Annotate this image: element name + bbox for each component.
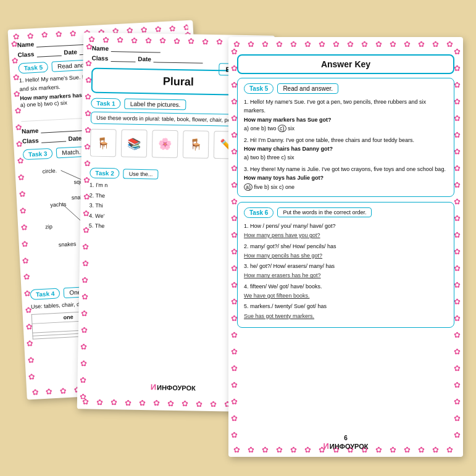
task6-q5: 5. markers./ twenty/ Sue/ got/ has — [244, 302, 448, 311]
task5-header-ak: Task 5 Read and answer. — [244, 83, 448, 94]
ak-p2: 2. Hi! I'm Danny. I've got one table, th… — [244, 136, 448, 144]
task4-label-s1: Task 4 — [30, 288, 61, 300]
pic-flower: 🌸 — [152, 130, 178, 158]
pic-chair: 🪑 — [183, 130, 209, 159]
task6-instruction-ak: Put the words in the correct order. — [277, 207, 372, 217]
page-number-ak: 6 — [344, 435, 348, 441]
task2-instruction-s2: Use the... — [123, 169, 159, 179]
task2-label-s2: Task 2 — [90, 168, 120, 179]
circled-a-3: a) — [244, 183, 253, 191]
infourok-logo-s2: И ИНФОУРОК — [151, 382, 196, 392]
class-label-s1b: Class — [22, 136, 39, 144]
infourok-и-icon-ak: И — [323, 441, 328, 451]
class-line-s1 — [36, 49, 61, 57]
date-line-s2 — [154, 56, 203, 63]
name-label-s1: Name — [17, 41, 35, 48]
ak-a1: a) one b) two c) six — [244, 124, 448, 133]
task1-label-s2: Task 1 — [91, 98, 121, 109]
circled-c-1: c) — [278, 125, 286, 132]
task6-q4: 4. fifteen/ We/ got/ have/ books. — [244, 282, 448, 291]
task6-item-5: 5. markers./ twenty/ Sue/ got/ has Sue h… — [244, 302, 448, 321]
ak-a3: a) five b) six c) one — [244, 183, 448, 191]
match-word-yachts: yachts — [50, 201, 67, 207]
task5-label-ak: Task 5 — [244, 83, 273, 94]
task1-instruction-s2: Label the pictures. — [125, 99, 186, 111]
pic-book: 📚 — [121, 129, 148, 157]
task6-a4: We have got fifteen books. — [244, 291, 448, 301]
task5-answers-ak: 1. Hello! My name's Sue. I've got a pen,… — [244, 98, 448, 191]
task3-label-s1: Task 3 — [23, 148, 53, 160]
class-line-s2 — [111, 56, 135, 62]
date-label-s2: Date — [138, 56, 151, 62]
ak-a2: a) two b) three c) six — [244, 153, 448, 162]
task6-a3: How many erasers has he got? — [244, 271, 448, 280]
use-words-text-s2: Use these words in plural: table, book, … — [96, 115, 248, 123]
date-label-s1: Date — [64, 48, 77, 56]
task6-q2: 2. many/ got?/ she/ How/ pencils/ has — [244, 242, 448, 251]
date-label-s1b: Date — [68, 135, 81, 142]
infourok-logo-ak: И ИНФОУРОК — [323, 441, 368, 451]
task6-header-ak: Task 6 Put the words in the correct orde… — [244, 207, 448, 218]
task6-q1: 1. How / pens/ you/ many/ have/ got? — [244, 222, 448, 231]
ak-q1: How many markers has Sue got? — [244, 115, 448, 124]
name-label-s1b: Name — [22, 127, 39, 134]
class-label-s1: Class — [17, 51, 34, 58]
ak-q2: How many chairs has Danny got? — [244, 144, 448, 153]
task5-section-ak: Task 5 Read and answer. 1. Hello! My nam… — [237, 78, 454, 197]
answer-key-title: Answer Key — [237, 54, 454, 74]
infourok-icon-s2: И — [151, 382, 157, 391]
task6-item-2: 2. many/ got?/ she/ How/ pencils/ has Ho… — [244, 242, 448, 261]
name-line-s1 — [36, 38, 86, 47]
task6-label-ak: Task 6 — [244, 207, 273, 218]
task5-instruction-ak: Read and answer. — [277, 83, 338, 94]
task6-answers-ak: 1. How / pens/ you/ many/ have/ got? How… — [244, 222, 448, 321]
class-line-s1b — [41, 136, 65, 143]
task6-a5: Sue has got twenty markers. — [244, 312, 448, 321]
ak-q3: How many toys has Julie got? — [244, 173, 448, 182]
task6-item-1: 1. How / pens/ you/ many/ have/ got? How… — [244, 222, 448, 241]
task6-q3: 3. he/ got?/ How/ erasers/ many/ has — [244, 262, 448, 271]
pic-table: 🪑 — [90, 129, 117, 157]
task6-a2: How many pencils has she got? — [244, 251, 448, 261]
match-word-circle: circle. — [42, 167, 57, 174]
match-word-snakes: snakes — [59, 240, 77, 247]
task5-label-s1: Task 5 — [18, 62, 48, 74]
ak-p1: 1. Hello! My name's Sue. I've got a pen,… — [244, 98, 448, 115]
ak-p3: 3. Hey there! My name is Julie. I've got… — [244, 165, 448, 173]
class-label-s2: Class — [92, 55, 109, 62]
worksheet-answer-key: ✿ ✿ ✿ ✿ ✿ ✿ ✿ ✿ ✿ ✿ ✿ ✿ ✿ ✿ ✿ ✿ ✿ ✿ ✿ ✿ … — [228, 37, 463, 457]
task6-item-4: 4. fifteen/ We/ got/ have/ books. We hav… — [244, 282, 448, 301]
match-word-zip: zip — [45, 223, 52, 230]
task6-section-ak: Task 6 Put the words in the correct orde… — [237, 202, 454, 328]
task6-item-3: 3. he/ got?/ How/ erasers/ many/ has How… — [244, 262, 448, 281]
task6-a1: How many pens have you got? — [244, 231, 448, 240]
name-label-s2: Name — [92, 45, 109, 52]
name-line-s2 — [111, 46, 161, 52]
